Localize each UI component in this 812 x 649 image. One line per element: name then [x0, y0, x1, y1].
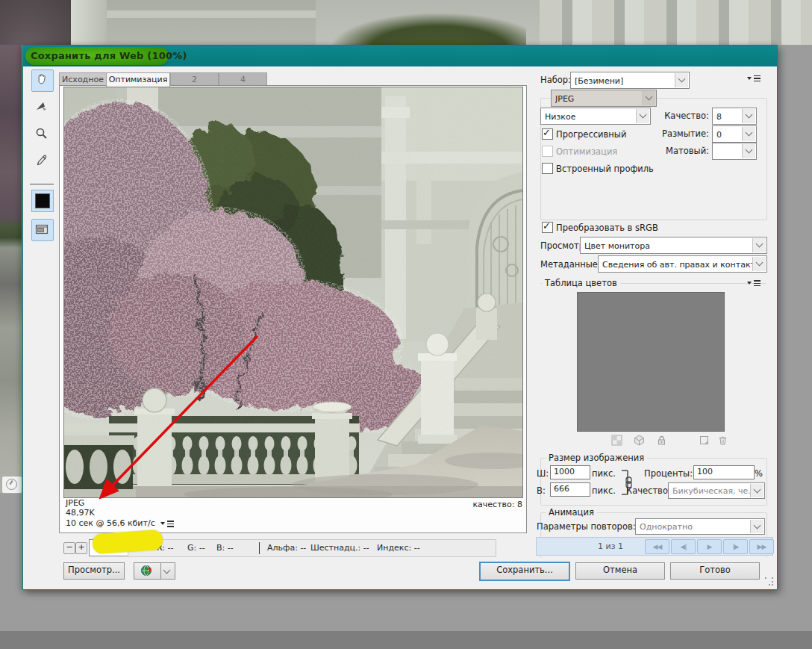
background-document-photo [0, 0, 812, 45]
metadata-label: Метаданные: [540, 259, 601, 270]
tab-original[interactable]: Исходное [59, 72, 107, 86]
status-file-size: 48,97K [66, 508, 95, 518]
zoom-tool[interactable] [31, 123, 54, 146]
progressive-checkbox[interactable] [542, 128, 553, 140]
chevron-down-icon [742, 109, 755, 123]
resample-quality-select[interactable]: Бикубическая, че... [668, 482, 765, 499]
matte-label: Матовый: [661, 146, 709, 156]
background-tree [0, 0, 71, 45]
slice-select-tool[interactable] [31, 96, 54, 119]
preset-label: Набор: [540, 75, 571, 85]
background-wall [107, 0, 316, 45]
color-table-menu-icon[interactable] [747, 279, 761, 288]
slice-select-icon [34, 99, 49, 114]
hand-tool[interactable] [31, 69, 54, 92]
web-shift-cube-icon[interactable] [634, 435, 645, 446]
eyedropper-tool[interactable] [31, 150, 54, 173]
toolbar-divider [30, 184, 54, 184]
height-label: В: [537, 485, 546, 496]
new-color-icon[interactable] [699, 435, 710, 446]
status-format: JPEG [66, 498, 84, 508]
zoom-out-button[interactable]: − [63, 542, 75, 554]
format-select[interactable]: JPEG [551, 90, 657, 107]
save-button[interactable]: Сохранить... [479, 562, 570, 581]
color-table-area[interactable] [577, 292, 725, 432]
width-label: Ш: [537, 468, 549, 479]
eyedropper-color-swatch[interactable] [31, 190, 54, 212]
format-value: JPEG [555, 93, 574, 103]
first-frame-button[interactable]: ◀◀ [645, 539, 669, 554]
browser-select-button[interactable]: ? [134, 562, 162, 580]
tab-optimized[interactable]: Оптимизация [106, 72, 170, 87]
metadata-select[interactable]: Сведения об авт. правах и контакты [598, 255, 767, 273]
resample-quality-label: Качество: [626, 485, 663, 496]
download-speed-menu-icon[interactable] [160, 520, 174, 529]
height-unit: пикс. [592, 485, 616, 496]
zoom-in-button[interactable]: + [75, 542, 87, 554]
quality-select[interactable]: 8 [712, 108, 757, 125]
metadata-value: Сведения об авт. правах и контакты [602, 259, 752, 269]
chevron-down-icon [750, 484, 763, 497]
chevron-down-icon [642, 91, 655, 105]
resample-quality-value: Бикубическая, че... [672, 486, 750, 496]
embedded-profile-label: Встроенный профиль [556, 164, 654, 174]
loop-options-label: Параметры повторов: [537, 521, 636, 532]
blur-select[interactable]: 0 [712, 125, 757, 143]
magnifier-icon [34, 126, 49, 141]
preview-in-browser-button[interactable]: Просмотр... [63, 562, 125, 580]
image-size-title: Размер изображения [546, 453, 647, 463]
percent-label: Проценты: [644, 468, 690, 479]
height-input[interactable]: 666 [550, 482, 590, 497]
done-button[interactable]: Готово [670, 562, 760, 580]
compression-value: Низкое [545, 111, 575, 121]
resize-grip[interactable] [765, 577, 774, 586]
trash-icon[interactable] [717, 435, 728, 446]
info-g: G: -- [187, 543, 205, 553]
toggle-slices-button[interactable] [31, 219, 54, 241]
optimized-checkbox[interactable] [542, 146, 553, 157]
chevron-down-icon [742, 127, 755, 141]
percent-input[interactable]: 100 [693, 465, 755, 479]
play-button[interactable]: ▶ [697, 539, 722, 554]
matte-select[interactable] [712, 143, 757, 160]
compression-select[interactable]: Низкое [540, 108, 651, 125]
color-info-panel: R: -- G: -- B: -- Альфа: -- Шестнадц.: -… [128, 539, 496, 557]
preset-value: [Безимени] [575, 75, 623, 85]
info-b: B: -- [216, 543, 234, 553]
progressive-label: Прогрессивный [556, 129, 626, 140]
embedded-profile-checkbox[interactable] [542, 163, 553, 174]
background-column [71, 0, 107, 45]
svg-text:?: ? [147, 567, 152, 577]
background-topiary [332, 13, 526, 45]
preset-menu-icon[interactable] [747, 75, 761, 84]
blur-label: Размытие: [661, 128, 709, 139]
info-hex: Шестнадц.: -- [310, 543, 369, 553]
chevron-down-icon [752, 238, 766, 252]
optimized-image-preview[interactable] [63, 87, 523, 498]
srgb-label: Преобразовать в sRGB [556, 223, 658, 233]
dialog-titlebar[interactable]: Сохранить для Web (100%) [23, 46, 777, 66]
next-frame-button[interactable]: |▶ [723, 539, 748, 554]
hand-icon [34, 72, 49, 87]
last-frame-button[interactable]: ▶▶ [749, 539, 774, 554]
tab-4up[interactable]: 4 варианта [219, 72, 267, 86]
percent-unit: % [755, 468, 763, 479]
width-unit: пикс. [592, 468, 616, 479]
srgb-checkbox[interactable] [542, 222, 553, 233]
transparency-icon[interactable] [611, 435, 622, 446]
quality-label: Качество: [661, 111, 709, 121]
preset-select[interactable]: [Безимени] [570, 72, 690, 89]
lock-icon[interactable] [656, 435, 667, 446]
loop-options-select[interactable]: Однократно [635, 518, 765, 535]
tab-2up[interactable]: 2 варианта [170, 72, 219, 86]
info-divider [259, 542, 260, 554]
previous-frame-button[interactable]: ◀| [671, 539, 696, 554]
chevron-down-icon [752, 257, 766, 271]
background-taskbar-strip [0, 631, 812, 649]
frame-counter: 1 из 1 [598, 541, 623, 551]
save-for-web-dialog: Сохранить для Web (100%) Исходн [22, 45, 778, 590]
preview-mode-select[interactable]: Цвет монитора [580, 237, 767, 254]
width-input[interactable]: 1000 [550, 465, 590, 479]
cancel-button[interactable]: Отмена [575, 562, 665, 580]
browser-select-arrow[interactable] [160, 562, 175, 580]
